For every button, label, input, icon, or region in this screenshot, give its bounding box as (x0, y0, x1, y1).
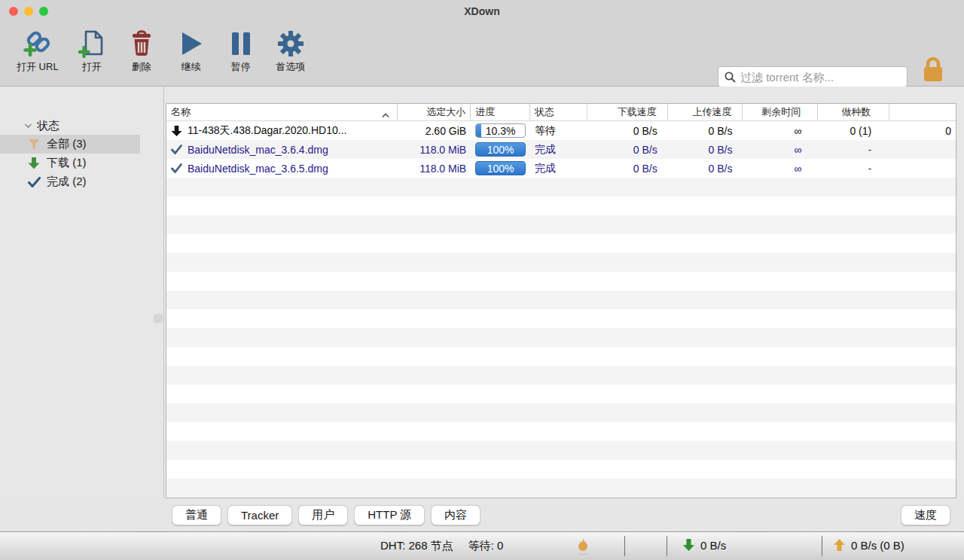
done-check-icon (171, 163, 182, 173)
torrent-status: 等待 (530, 121, 587, 140)
tab-general[interactable]: 普通 (172, 505, 221, 525)
search-icon (725, 72, 736, 83)
torrent-remaining: ∞ (743, 159, 819, 178)
tab-content[interactable]: 内容 (431, 505, 480, 525)
flame-icon (576, 537, 590, 558)
tab-tracker[interactable]: Tracker (227, 505, 292, 525)
open-file-button[interactable]: 打开 (75, 29, 108, 74)
preferences-button[interactable]: 首选项 (274, 29, 307, 74)
splitter-handle[interactable] (154, 314, 163, 323)
torrent-name: BaiduNetdisk_mac_3.6.5.dmg (188, 163, 328, 175)
dht-nodes-text: DHT: 268 节点 (380, 539, 453, 553)
downloads-table: 名称 选定大小 进度 状态 下载速度 上传速度 剩余时间 做种数 (166, 103, 956, 498)
global-down-speed: 0 B/s (682, 538, 726, 552)
close-window-button[interactable] (9, 7, 18, 16)
zoom-window-button[interactable] (39, 7, 48, 16)
statusbar-divider (667, 536, 667, 556)
tree-group-label: 状态 (37, 119, 59, 133)
table-header: 名称 选定大小 进度 状态 下载速度 上传速度 剩余时间 做种数 (166, 104, 956, 121)
sidebar-item-label: 下载 (1) (47, 156, 87, 170)
torrent-remaining: ∞ (743, 140, 819, 159)
sidebar-item-downloading[interactable]: 下载 (1) (0, 154, 163, 172)
pause-icon (230, 29, 252, 59)
traffic-lights (9, 7, 48, 16)
torrent-name: 11-438天.438.Dagar.2020.HD10... (188, 124, 346, 138)
torrent-seeds: - (818, 140, 889, 159)
sidebar-item-completed[interactable]: 完成 (2) (0, 172, 163, 191)
column-header-size[interactable]: 选定大小 (398, 104, 471, 120)
speed-button[interactable]: 速度 (901, 505, 950, 525)
torrent-up-speed: 0 B/s (668, 121, 743, 140)
progress-bar: 10.3% (475, 123, 526, 138)
progress-bar: 100% (475, 142, 526, 157)
detail-tabs: 普通 Tracker 用户 HTTP 源 内容 (172, 505, 480, 525)
torrent-size: 118.0 MiB (398, 159, 471, 178)
open-url-button[interactable]: 打开 URL (17, 29, 59, 74)
torrent-down-speed: 0 B/s (587, 121, 668, 140)
column-header-up-speed[interactable]: 上传速度 (668, 104, 743, 120)
preferences-icon (277, 29, 304, 59)
column-header-status[interactable]: 状态 (530, 104, 587, 120)
sidebar-item-all[interactable]: 全部 (3) (0, 135, 140, 154)
torrent-up-speed: 0 B/s (668, 140, 743, 159)
xdown-window: XDown 打开 URL (0, 0, 964, 560)
minimize-window-button[interactable] (24, 7, 33, 16)
torrent-size: 118.0 MiB (398, 140, 471, 159)
pause-button[interactable]: 暂停 (224, 29, 258, 74)
table-row[interactable]: 11-438天.438.Dagar.2020.HD10... 2.60 GiB … (166, 121, 956, 140)
window-title: XDown (464, 5, 499, 17)
torrent-extra: 0 (889, 121, 956, 140)
done-check-icon (171, 145, 182, 154)
resume-label: 继续 (182, 60, 201, 74)
tab-peers[interactable]: 用户 (298, 505, 348, 525)
preferences-label: 首选项 (276, 60, 305, 74)
toolbar: 打开 URL 打开 (0, 23, 964, 87)
downloading-arrow-icon (171, 125, 182, 137)
tree-group-status[interactable]: 状态 (0, 117, 163, 135)
chevron-down-icon (24, 123, 32, 129)
lock-icon (921, 54, 945, 84)
column-header-extra[interactable] (889, 104, 956, 120)
table-row[interactable]: BaiduNetdisk_mac_3.6.4.dmg 118.0 MiB 100… (166, 140, 956, 159)
torrent-seeds: 0 (1) (818, 121, 889, 140)
search-input[interactable] (740, 71, 901, 84)
statusbar-divider (624, 536, 625, 556)
column-header-down-speed[interactable]: 下载速度 (587, 104, 668, 120)
torrent-status: 完成 (530, 140, 587, 159)
delete-button[interactable]: 删除 (125, 29, 158, 74)
torrent-remaining: ∞ (743, 121, 819, 140)
torrent-name: BaiduNetdisk_mac_3.6.4.dmg (188, 144, 328, 156)
funnel-icon (27, 138, 41, 151)
sidebar: 状态 全部 (3) 下载 (1) (0, 87, 164, 498)
delete-icon (129, 29, 154, 59)
statusbar-divider (822, 536, 822, 556)
open-url-label: 打开 URL (17, 60, 59, 74)
tab-http-source[interactable]: HTTP 源 (354, 505, 425, 525)
titlebar: XDown (0, 0, 964, 23)
table-row[interactable]: BaiduNetdisk_mac_3.6.5.dmg 118.0 MiB 100… (166, 159, 956, 178)
add-url-icon (23, 29, 52, 59)
open-file-label: 打开 (82, 60, 102, 74)
down-arrow-icon (682, 538, 695, 552)
column-header-seeds[interactable]: 做种数 (818, 104, 889, 120)
column-header-progress[interactable]: 进度 (471, 104, 530, 120)
sidebar-item-label: 完成 (2) (47, 175, 87, 189)
torrent-up-speed: 0 B/s (668, 159, 743, 178)
open-file-icon (78, 29, 105, 59)
sidebar-item-label: 全部 (3) (47, 137, 87, 151)
torrent-down-speed: 0 B/s (587, 159, 668, 178)
torrent-extra (889, 159, 956, 178)
detail-tabstrip: 普通 Tracker 用户 HTTP 源 内容 速度 (0, 498, 964, 531)
torrent-size: 2.60 GiB (398, 121, 471, 140)
download-arrow-icon (27, 157, 41, 169)
main-content: 状态 全部 (3) 下载 (1) (0, 87, 964, 498)
column-header-remaining[interactable]: 剩余时间 (743, 104, 818, 120)
pause-label: 暂停 (231, 60, 251, 74)
dht-status: DHT: 268 节点 等待: 0 (380, 539, 503, 553)
torrent-seeds: - (818, 159, 889, 178)
sort-ascending-icon (382, 109, 389, 120)
filter-search-field[interactable] (718, 66, 908, 87)
resume-button[interactable]: 继续 (175, 29, 208, 74)
resume-icon (178, 29, 204, 59)
column-header-name[interactable]: 名称 (166, 104, 398, 120)
